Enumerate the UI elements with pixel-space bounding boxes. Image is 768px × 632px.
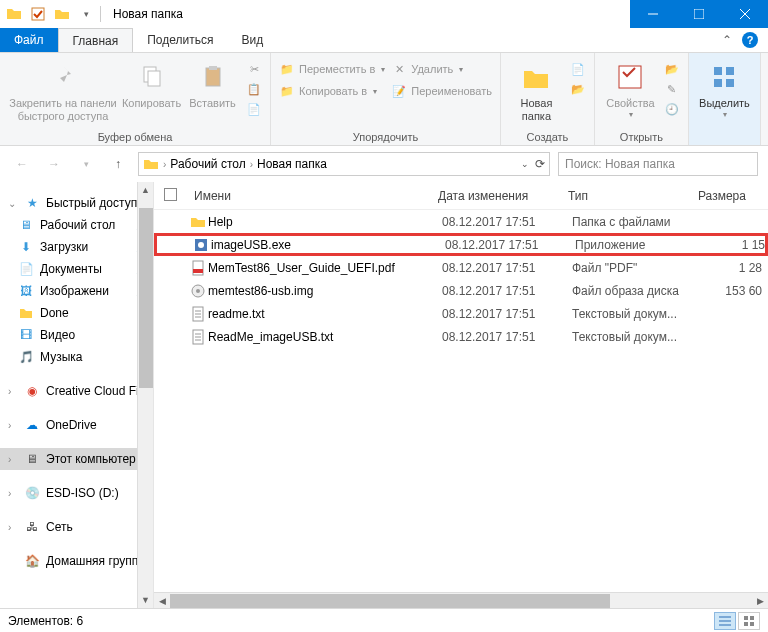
address-bar[interactable]: › Рабочий стол › Новая папка ⌄ ⟳ bbox=[138, 152, 550, 176]
maximize-button[interactable] bbox=[676, 0, 722, 28]
sidebar-onedrive[interactable]: ›☁OneDrive bbox=[0, 414, 153, 436]
file-size: 153 60 bbox=[702, 284, 762, 298]
sidebar-videos[interactable]: 🎞Видео bbox=[0, 324, 153, 346]
delete-button[interactable]: ✕Удалить▾ bbox=[391, 61, 492, 77]
documents-icon: 📄 bbox=[18, 261, 34, 277]
music-icon: 🎵 bbox=[18, 349, 34, 365]
svg-rect-7 bbox=[206, 68, 220, 86]
delete-icon: ✕ bbox=[391, 61, 407, 77]
sidebar-scrollbar[interactable]: ▲ ▼ bbox=[137, 182, 153, 608]
tab-view[interactable]: Вид bbox=[227, 28, 277, 52]
pin-label: Закрепить на панели быстрого доступа bbox=[8, 97, 118, 123]
sidebar-desktop[interactable]: 🖥Рабочий стол📌 bbox=[0, 214, 153, 236]
new-folder-button[interactable]: Новая папка bbox=[509, 57, 564, 123]
edit-button[interactable]: ✎ bbox=[664, 81, 680, 97]
sidebar-music[interactable]: 🎵Музыка bbox=[0, 346, 153, 368]
select-button[interactable]: Выделить▾ bbox=[697, 57, 752, 120]
scroll-right-icon[interactable]: ▶ bbox=[752, 593, 768, 608]
videos-icon: 🎞 bbox=[18, 327, 34, 343]
file-name: readme.txt bbox=[208, 307, 442, 321]
column-date[interactable]: Дата изменения bbox=[438, 189, 568, 203]
file-row[interactable]: memtest86-usb.img08.12.2017 17:51Файл об… bbox=[154, 279, 768, 302]
svg-rect-11 bbox=[726, 67, 734, 75]
svg-rect-35 bbox=[750, 622, 754, 626]
file-row[interactable]: Help08.12.2017 17:51Папка с файлами bbox=[154, 210, 768, 233]
svg-rect-32 bbox=[744, 616, 748, 620]
close-button[interactable] bbox=[722, 0, 768, 28]
recent-dropdown[interactable]: ▾ bbox=[74, 152, 98, 176]
ribbon-group-new: Новая папка 📄 📂 Создать bbox=[501, 53, 595, 145]
history-icon: 🕘 bbox=[664, 101, 680, 117]
file-row[interactable]: ReadMe_imageUSB.txt08.12.2017 17:51Текст… bbox=[154, 325, 768, 348]
dropdown-icon[interactable]: ▾ bbox=[78, 6, 94, 22]
sidebar-network[interactable]: ›🖧Сеть bbox=[0, 516, 153, 538]
paste-icon bbox=[197, 61, 229, 93]
svg-rect-13 bbox=[726, 79, 734, 87]
svg-rect-0 bbox=[32, 8, 44, 20]
refresh-icon[interactable]: ⟳ bbox=[535, 157, 545, 171]
paste-button[interactable]: Вставить bbox=[185, 57, 240, 110]
sidebar-done[interactable]: Done bbox=[0, 302, 153, 324]
back-button[interactable]: ← bbox=[10, 152, 34, 176]
cut-button[interactable]: ✂ bbox=[246, 61, 262, 77]
horizontal-scrollbar[interactable]: ◀ ▶ bbox=[154, 592, 768, 608]
up-button[interactable]: ↑ bbox=[106, 152, 130, 176]
view-thumbnails-button[interactable] bbox=[738, 612, 760, 630]
column-name[interactable]: Имени bbox=[188, 189, 438, 203]
properties-button[interactable]: Свойства▾ bbox=[603, 57, 658, 120]
select-all-checkbox[interactable] bbox=[164, 188, 188, 204]
forward-button[interactable]: → bbox=[42, 152, 66, 176]
pin-button[interactable]: Закрепить на панели быстрого доступа bbox=[8, 57, 118, 123]
ribbon-group-select: Выделить▾ bbox=[689, 53, 761, 145]
chevron-right-icon[interactable]: › bbox=[250, 159, 253, 170]
copy-path-button[interactable]: 📋 bbox=[246, 81, 262, 97]
sidebar-pictures[interactable]: 🖼Изображени📌 bbox=[0, 280, 153, 302]
file-row[interactable]: readme.txt08.12.2017 17:51Текстовый доку… bbox=[154, 302, 768, 325]
minimize-button[interactable] bbox=[630, 0, 676, 28]
sidebar-homegroup[interactable]: ›🏠Домашняя групп bbox=[0, 550, 153, 572]
dropdown-icon[interactable]: ⌄ bbox=[521, 159, 529, 169]
easy-access-button[interactable]: 📂 bbox=[570, 81, 586, 97]
rename-button[interactable]: 📝Переименовать bbox=[391, 83, 492, 99]
tab-share[interactable]: Поделиться bbox=[133, 28, 227, 52]
history-button[interactable]: 🕘 bbox=[664, 101, 680, 117]
file-row[interactable]: imageUSB.exe08.12.2017 17:51Приложение1 … bbox=[154, 233, 768, 256]
file-type: Приложение bbox=[575, 238, 705, 252]
shortcut-icon: 📄 bbox=[246, 101, 262, 117]
new-item-button[interactable]: 📄 bbox=[570, 61, 586, 77]
tab-file[interactable]: Файл bbox=[0, 28, 58, 52]
sidebar-quick-access[interactable]: ⌄★Быстрый доступ bbox=[0, 192, 153, 214]
open-button[interactable]: 📂 bbox=[664, 61, 680, 77]
homegroup-icon: 🏠 bbox=[24, 553, 40, 569]
checkbox-icon[interactable] bbox=[30, 6, 46, 22]
view-details-button[interactable] bbox=[714, 612, 736, 630]
sidebar-creative-cloud[interactable]: ›◉Creative Cloud Fil bbox=[0, 380, 153, 402]
scroll-up-icon[interactable]: ▲ bbox=[138, 182, 153, 198]
sidebar-this-pc[interactable]: ›🖥Этот компьютер bbox=[0, 448, 153, 470]
copyto-icon: 📁 bbox=[279, 83, 295, 99]
sidebar-downloads[interactable]: ⬇Загрузки📌 bbox=[0, 236, 153, 258]
scroll-thumb[interactable] bbox=[139, 208, 153, 388]
column-type[interactable]: Тип bbox=[568, 189, 698, 203]
sidebar-esd[interactable]: ›💿ESD-ISO (D:) bbox=[0, 482, 153, 504]
copy-to-button[interactable]: 📁Копировать в▾ bbox=[279, 83, 385, 99]
chevron-right-icon[interactable]: › bbox=[163, 159, 166, 170]
minimize-ribbon-icon[interactable]: ⌃ bbox=[722, 33, 732, 47]
copy-button[interactable]: Копировать bbox=[124, 57, 179, 110]
sidebar-documents[interactable]: 📄Документы📌 bbox=[0, 258, 153, 280]
search-input[interactable]: Поиск: Новая папка bbox=[558, 152, 758, 176]
window-title: Новая папка bbox=[113, 7, 183, 21]
paste-shortcut-button[interactable]: 📄 bbox=[246, 101, 262, 117]
moveto-icon: 📁 bbox=[279, 61, 295, 77]
move-to-button[interactable]: 📁Переместить в▾ bbox=[279, 61, 385, 77]
scroll-down-icon[interactable]: ▼ bbox=[138, 592, 153, 608]
folder-small-icon[interactable] bbox=[54, 6, 70, 22]
file-row[interactable]: MemTest86_User_Guide_UEFI.pdf08.12.2017 … bbox=[154, 256, 768, 279]
tab-home[interactable]: Главная bbox=[58, 28, 134, 52]
scroll-left-icon[interactable]: ◀ bbox=[154, 593, 170, 608]
column-size[interactable]: Размера bbox=[698, 189, 758, 203]
breadcrumb-desktop[interactable]: Рабочий стол bbox=[170, 157, 245, 171]
scroll-thumb[interactable] bbox=[170, 594, 610, 608]
breadcrumb-folder[interactable]: Новая папка bbox=[257, 157, 327, 171]
help-icon[interactable]: ? bbox=[742, 32, 758, 48]
